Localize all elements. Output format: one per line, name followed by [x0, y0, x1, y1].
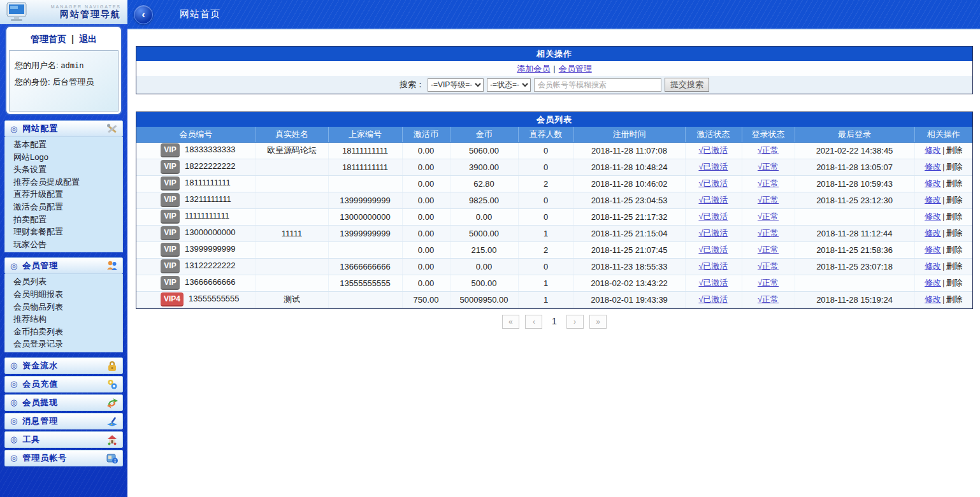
sidebar-item-member-login-records[interactable]: 会员登录记录: [5, 338, 122, 350]
upline-no: 13666666666: [328, 258, 402, 275]
sidebar-item-gold-auction-list[interactable]: 金币拍卖列表: [5, 326, 122, 338]
col-member-no: 会员编号: [136, 127, 256, 142]
sidebar-item-upgrade-config[interactable]: 直荐升级配置: [5, 188, 122, 201]
edit-link[interactable]: 修改: [925, 294, 941, 304]
sidebar-item-activate-member-config[interactable]: 激活会员配置: [5, 201, 122, 213]
login-status-link[interactable]: √正常: [758, 195, 779, 205]
login-status-link[interactable]: √正常: [758, 261, 779, 271]
add-member-link[interactable]: 添加会员: [517, 64, 550, 73]
pagination: « ‹ 1 › »: [136, 315, 973, 329]
reg-time: 2018-02-02 13:43:22: [573, 275, 685, 291]
sidebar-item-referral-commission[interactable]: 推荐会员提成配置: [5, 176, 122, 189]
search-input[interactable]: [534, 78, 661, 92]
login-status-link[interactable]: √正常: [758, 162, 779, 171]
activation-status-link[interactable]: √已激活: [698, 228, 728, 238]
next-page-button[interactable]: ›: [566, 315, 584, 329]
separator: |: [942, 195, 944, 205]
real-name: [256, 192, 328, 208]
sidebar-section-member-management[interactable]: ◎ 会员管理: [4, 257, 123, 274]
bullet-icon: ◎: [10, 261, 17, 271]
current-page-number: 1: [552, 316, 557, 326]
sidebar-section-member-withdrawal[interactable]: ◎ 会员提现: [4, 394, 123, 411]
logo-text: MANAGER NAVIGATES 网站管理导航: [31, 4, 124, 19]
edit-link[interactable]: 修改: [925, 212, 941, 221]
back-button[interactable]: ‹: [134, 5, 153, 24]
sidebar-item-referral-structure[interactable]: 推荐结构: [5, 313, 122, 326]
sidebar-item-site-logo[interactable]: 网站Logo: [5, 151, 122, 164]
login-status-link[interactable]: √正常: [758, 294, 779, 304]
login-status-link[interactable]: √正常: [758, 228, 779, 238]
status-select[interactable]: -=状态=-: [487, 78, 531, 92]
prev-page-button[interactable]: ‹: [525, 315, 542, 329]
activation-status-link[interactable]: √已激活: [698, 294, 728, 304]
edit-link[interactable]: 修改: [925, 145, 941, 155]
delete-link[interactable]: 删除: [946, 178, 962, 188]
activation-status-link[interactable]: √已激活: [698, 245, 728, 254]
sidebar-item-auction-config[interactable]: 拍卖配置: [5, 213, 122, 226]
edit-link[interactable]: 修改: [925, 228, 941, 238]
activation-status-link[interactable]: √已激活: [698, 145, 728, 155]
sidebar-section-site-config[interactable]: ◎ 网站配置: [4, 120, 123, 137]
sidebar-section-fund-flow[interactable]: ◎ 资金流水: [4, 357, 123, 374]
login-status-link[interactable]: √正常: [758, 245, 779, 254]
separator: |: [942, 145, 944, 155]
sidebar-item-finance-package-config[interactable]: 理财套餐配置: [5, 226, 122, 238]
real-name: 11111: [256, 225, 328, 241]
sidebar-item-member-detail-report[interactable]: 会员明细报表: [5, 288, 122, 301]
member-management-link[interactable]: 会员管理: [559, 64, 592, 73]
edit-link[interactable]: 修改: [925, 261, 941, 271]
last-page-button[interactable]: »: [589, 315, 607, 329]
delete-link[interactable]: 删除: [946, 278, 962, 287]
section-member-management: ◎ 会员管理 会员列表 会员明细报表 会员物品列表 推荐结构 金币拍卖列表: [4, 257, 123, 352]
delete-link[interactable]: 删除: [946, 162, 962, 171]
activation-status-link[interactable]: √已激活: [698, 178, 728, 188]
delete-link[interactable]: 删除: [946, 212, 962, 221]
login-status-link[interactable]: √正常: [758, 178, 779, 188]
vip-level-select[interactable]: -=VIP等级=-: [428, 78, 484, 92]
activation-coin: 0.00: [402, 142, 450, 159]
reg-time: 2018-11-25 21:17:32: [573, 208, 685, 225]
login-status-link[interactable]: √正常: [758, 145, 779, 155]
sidebar-item-basic-config[interactable]: 基本配置: [5, 138, 122, 151]
delete-link[interactable]: 删除: [946, 245, 962, 254]
delete-link[interactable]: 删除: [946, 294, 962, 304]
sidebar-section-admin-account[interactable]: ◎ 管理员帐号: [4, 450, 123, 466]
edit-link[interactable]: 修改: [925, 162, 941, 171]
direct-count: 0: [518, 258, 573, 275]
member-no: 13122222222: [185, 261, 236, 270]
activation-status-link[interactable]: √已激活: [698, 212, 728, 221]
sidebar-section-tools[interactable]: ◎ 工具: [4, 431, 123, 448]
vip-badge: VIP: [161, 143, 180, 157]
edit-link[interactable]: 修改: [925, 278, 941, 287]
gold-coin: 3900.00: [450, 159, 518, 175]
delete-link[interactable]: 删除: [946, 261, 962, 271]
delete-link[interactable]: 删除: [946, 228, 962, 238]
sidebar-item-member-list[interactable]: 会员列表: [5, 275, 122, 288]
vip-badge: VIP: [161, 193, 180, 207]
section-member-recharge: ◎ 会员充值: [4, 376, 123, 393]
admin-home-link[interactable]: 管理首页: [31, 34, 66, 44]
delete-link[interactable]: 删除: [946, 195, 962, 205]
activation-status-link[interactable]: √已激活: [698, 162, 728, 171]
edit-link[interactable]: 修改: [925, 178, 941, 188]
edit-link[interactable]: 修改: [925, 195, 941, 205]
login-status-link[interactable]: √正常: [758, 278, 779, 287]
activation-status-link[interactable]: √已激活: [698, 195, 728, 205]
activation-status-link[interactable]: √已激活: [698, 278, 728, 287]
activation-status-link[interactable]: √已激活: [698, 261, 728, 271]
delete-link[interactable]: 删除: [946, 145, 962, 155]
first-page-button[interactable]: «: [502, 315, 519, 329]
sidebar-section-member-recharge[interactable]: ◎ 会员充值: [4, 376, 123, 393]
username-row: 您的用户名: admin: [15, 57, 113, 74]
member-no: 11111111111: [185, 211, 229, 220]
sidebar-item-headline-settings[interactable]: 头条设置: [5, 163, 122, 176]
sidebar-section-message-management[interactable]: ◎ 消息管理: [4, 413, 123, 429]
submit-search-button[interactable]: 提交搜索: [665, 78, 709, 92]
sidebar-item-player-announcement[interactable]: 玩家公告: [5, 238, 122, 251]
table-row: VIP11111111111 13000000000 0.00 0.00 0 2…: [136, 208, 972, 225]
gears-icon: [106, 378, 119, 391]
login-status-link[interactable]: √正常: [758, 212, 779, 221]
edit-link[interactable]: 修改: [925, 245, 941, 254]
logout-link[interactable]: 退出: [79, 34, 97, 44]
sidebar-item-member-items-list[interactable]: 会员物品列表: [5, 301, 122, 313]
